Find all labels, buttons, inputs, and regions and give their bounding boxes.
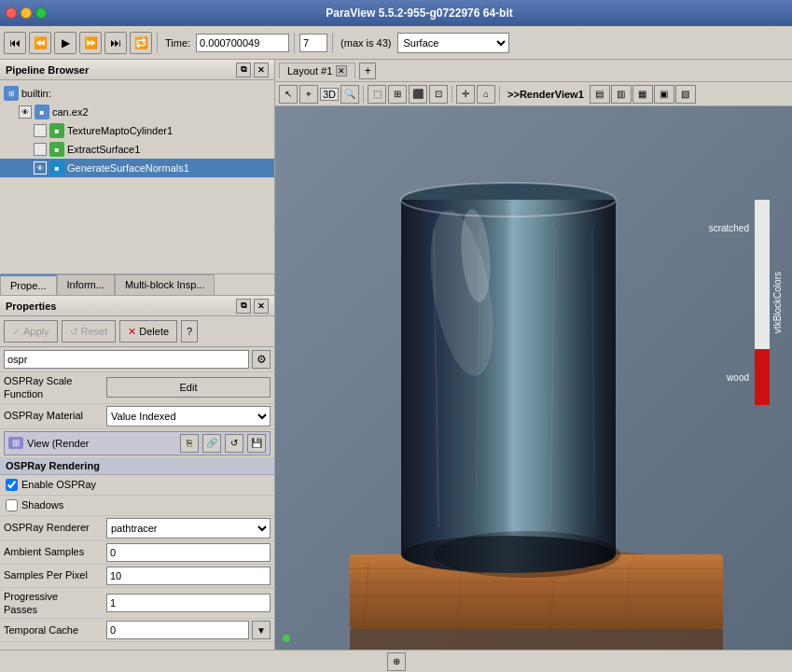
material-row: OSPRay Material Value Indexed — [0, 404, 274, 429]
tab-properties[interactable]: Prope... — [0, 274, 57, 295]
scale-function-value: Edit — [106, 377, 271, 398]
render-toolbar: ↖ ⌖ 3D 🔍 ⬚ ⊞ ⬛ ⊡ ✛ ⌂ >>RenderView1 ▤ ▥ ▦… — [275, 82, 792, 106]
rt-view-split2[interactable]: ▥ — [611, 85, 632, 104]
progressive-passes-label: ProgressivePasses — [4, 590, 106, 617]
pipeline-tree: ⊞ builtin: 👁 ■ can.ex2 ■ TextureMaptoCyl… — [0, 80, 274, 273]
maximize-button[interactable] — [35, 7, 47, 19]
rt-view-split1[interactable]: ▤ — [590, 85, 610, 104]
properties-title: Properties — [6, 301, 56, 312]
pipeline-close-icon[interactable]: ✕ — [254, 63, 269, 77]
rt-camera-btn[interactable]: ⌖ — [299, 85, 318, 104]
help-button[interactable]: ? — [181, 320, 198, 343]
loop-button[interactable]: 🔁 — [130, 32, 152, 54]
reset-button[interactable]: ↺ Reset — [62, 320, 117, 343]
properties-restore-icon[interactable]: ⧉ — [236, 299, 251, 314]
surfacenormals-eye[interactable]: 👁 — [34, 161, 47, 175]
extractsurface-eye[interactable] — [34, 143, 47, 156]
rt-frame-btn2[interactable]: ⊞ — [388, 85, 407, 104]
pipeline-item-builtin[interactable]: ⊞ builtin: — [0, 84, 274, 103]
tab-multiblock[interactable]: Multi-block Insp... — [115, 274, 215, 295]
vr-save-icon[interactable]: 💾 — [247, 434, 266, 453]
minimize-button[interactable] — [21, 7, 32, 19]
pipeline-item-extractsurface[interactable]: ■ ExtractSurface1 — [0, 140, 274, 159]
apply-button[interactable]: ✓ Apply — [4, 320, 58, 343]
shadows-label: Shadows — [21, 499, 63, 511]
legend-bar — [755, 200, 770, 405]
frame-input[interactable] — [299, 34, 327, 52]
ambient-samples-input[interactable] — [106, 543, 271, 562]
layout-add-button[interactable]: + — [359, 63, 376, 79]
legend-red-section — [755, 349, 770, 405]
window-controls[interactable] — [6, 7, 47, 19]
render-view[interactable]: scratched wood vtkBlockColors — [275, 106, 792, 650]
material-label: OSPRay Material — [4, 409, 106, 422]
properties-search-input[interactable] — [4, 350, 249, 369]
vr-link-icon[interactable]: 🔗 — [202, 434, 221, 453]
canex2-label: can.ex2 — [52, 106, 89, 118]
temporal-cache-row: Temporal Cache ▼ — [0, 619, 274, 642]
rt-view-split3[interactable]: ▦ — [632, 85, 653, 104]
properties-header-icons: ⧉ ✕ — [236, 299, 269, 314]
shadows-checkbox[interactable] — [6, 499, 18, 511]
builtin-label: builtin: — [21, 88, 51, 99]
scale-function-edit-button[interactable]: Edit — [106, 377, 271, 398]
temporal-cache-scroll[interactable]: ▼ — [252, 621, 271, 639]
rt-zoom-btn[interactable]: 🔍 — [340, 85, 359, 104]
green-indicator — [283, 635, 290, 642]
pipeline-item-canex2[interactable]: 👁 ■ can.ex2 — [0, 103, 274, 121]
render-view-label: >>RenderView1 — [507, 89, 584, 100]
properties-tabs: Prope... Inform... Multi-block Insp... — [0, 274, 274, 296]
layout-tab-1-close[interactable]: ✕ — [336, 65, 347, 77]
rt-frame-btn4[interactable]: ⊡ — [429, 85, 448, 104]
prev-button[interactable]: ⏪ — [29, 32, 51, 54]
reset-icon: ↺ — [70, 326, 78, 338]
rt-view-split4[interactable]: ▣ — [654, 85, 674, 104]
rt-axes-btn[interactable]: ✛ — [456, 85, 475, 104]
properties-panel-header: Properties ⧉ ✕ — [0, 296, 274, 316]
pipeline-restore-icon[interactable]: ⧉ — [236, 63, 251, 77]
play-button[interactable]: ▶ — [54, 32, 76, 54]
rt-frame-btn1[interactable]: ⬚ — [368, 85, 386, 104]
next-frame-button[interactable]: ⏩ — [79, 32, 102, 54]
rt-orient-btn[interactable]: ⌂ — [477, 85, 495, 104]
properties-content: OSPRay ScaleFunction Edit OSPRay Materia… — [0, 372, 274, 650]
material-value: Value Indexed — [106, 406, 271, 427]
pipeline-item-surfacenormals[interactable]: 👁 ■ GenerateSurfaceNormals1 — [0, 159, 274, 177]
enable-ospray-checkbox[interactable] — [6, 479, 18, 491]
tab-information[interactable]: Inform... — [57, 274, 115, 295]
samples-per-pixel-input[interactable] — [106, 567, 271, 585]
rt-sep-3 — [499, 86, 500, 103]
start-button[interactable]: ⏮ — [4, 32, 26, 54]
progressive-passes-input[interactable] — [106, 594, 271, 612]
time-input[interactable] — [196, 34, 289, 52]
temporal-cache-label: Temporal Cache — [4, 623, 106, 637]
legend-labels: scratched wood — [709, 200, 749, 405]
main-toolbar: ⏮ ⏪ ▶ ⏩ ⏭ 🔁 Time: (max is 43) Surface — [0, 26, 792, 60]
properties-close-icon[interactable]: ✕ — [254, 299, 269, 314]
canex2-eye[interactable]: 👁 — [19, 105, 32, 119]
material-select[interactable]: Value Indexed — [106, 406, 271, 427]
vr-refresh-icon[interactable]: ↺ — [225, 434, 243, 453]
vr-copy-icon[interactable]: ⎘ — [180, 434, 199, 453]
texturemap-eye[interactable] — [34, 124, 47, 137]
rt-select-btn[interactable]: ↖ — [279, 85, 298, 104]
temporal-cache-input[interactable] — [106, 621, 249, 639]
legend-bar-container: vtkBlockColors — [755, 200, 783, 405]
layout-tab-1[interactable]: Layout #1 ✕ — [279, 63, 355, 78]
delete-button[interactable]: ✕ Delete — [119, 320, 177, 343]
surfacenormals-label: GenerateSurfaceNormals1 — [67, 162, 189, 174]
status-center-button[interactable]: ⊕ — [387, 652, 406, 671]
renderer-select[interactable]: pathtracer — [106, 518, 271, 539]
close-button[interactable] — [6, 7, 17, 19]
pipeline-item-texturemap[interactable]: ■ TextureMaptoCylinder1 — [0, 121, 274, 140]
rt-view-split5[interactable]: ▧ — [675, 85, 696, 104]
render-mode-select[interactable]: Surface — [397, 33, 509, 53]
rt-frame-btn3[interactable]: ⬛ — [409, 85, 427, 104]
search-gear-icon[interactable]: ⚙ — [252, 350, 271, 369]
separator-2 — [294, 33, 295, 53]
pipeline-browser-title: Pipeline Browser — [6, 64, 89, 76]
ambient-samples-label: Ambient Samples — [4, 545, 106, 558]
end-button[interactable]: ⏭ — [104, 32, 127, 54]
color-legend: scratched wood vtkBlockColors — [709, 200, 783, 405]
properties-panel: Properties ⧉ ✕ ✓ Apply ↺ Reset ✕ De — [0, 296, 274, 650]
